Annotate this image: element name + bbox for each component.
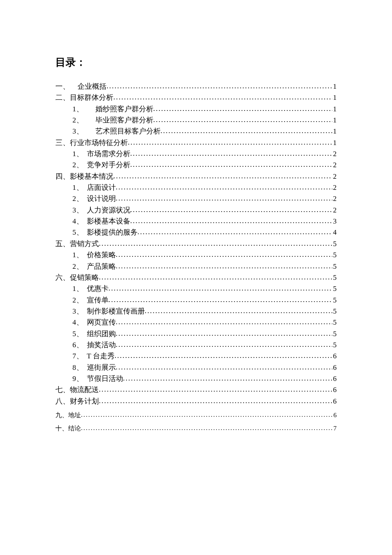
toc-leader-dots xyxy=(128,137,332,148)
toc-entry-text: 设计说明 xyxy=(87,193,116,204)
toc-leader-dots xyxy=(116,328,332,339)
toc-leader-dots xyxy=(130,215,332,227)
toc-entry-text: 价格策略 xyxy=(87,250,116,261)
toc-entry-prefix: 七、 xyxy=(55,384,70,395)
toc-leader-dots xyxy=(161,125,332,137)
toc-entry-text: 物流配送 xyxy=(70,384,99,395)
toc-entry-text: 地址 xyxy=(68,410,81,420)
toc-entry-text: 结论 xyxy=(68,424,81,433)
toc-leader-dots xyxy=(116,182,332,193)
toc-entry: 1、市场需求分析2 xyxy=(55,148,337,160)
toc-leader-dots xyxy=(130,159,332,170)
toc-entry-prefix: 1、 xyxy=(72,104,84,115)
toc-entry-text: 宣传单 xyxy=(87,295,109,306)
toc-leader-dots xyxy=(116,193,332,204)
toc-entry: 四、影楼基本情况2 xyxy=(55,171,337,182)
toc-page-number: 1 xyxy=(332,115,337,126)
toc-entry: 3、制作影楼宣传画册5 xyxy=(55,306,337,317)
toc-page-number: 5 xyxy=(332,340,337,351)
toc-entry-prefix: 3、 xyxy=(72,126,84,137)
toc-page-number: 5 xyxy=(332,272,337,283)
toc-entry: 2、设计说明2 xyxy=(55,193,337,204)
toc-entry-text: 财务计划 xyxy=(70,396,99,407)
toc-page-number: 2 xyxy=(332,182,337,193)
toc-entry-text: 节假日活动 xyxy=(87,373,123,384)
toc-list: 一、企业概括1二、目标群体分析11、婚纱照客户群分析12、毕业照客户群分析13、… xyxy=(55,81,337,433)
toc-entry-text: 艺术照目标客户分析 xyxy=(95,126,161,137)
toc-leader-dots xyxy=(116,249,332,260)
toc-page-number: 2 xyxy=(332,171,337,182)
toc-leader-dots xyxy=(145,305,332,317)
toc-page-number: 1 xyxy=(332,126,337,137)
toc-page-number: 5 xyxy=(332,295,337,306)
toc-entry-text: 影楼基本情况 xyxy=(70,171,113,182)
toc-page-number: 6 xyxy=(332,384,337,395)
toc-entry: 六、促销策略5 xyxy=(55,272,337,283)
toc-leader-dots xyxy=(130,148,332,159)
toc-page-number: 1 xyxy=(332,81,337,92)
toc-entry-text: 制作影楼宣传画册 xyxy=(87,306,145,317)
toc-entry: 八、财务计划6 xyxy=(55,396,337,407)
toc-entry-prefix: 2、 xyxy=(72,193,84,204)
toc-page-number: 5 xyxy=(332,317,337,328)
toc-title: 目录： xyxy=(55,55,337,69)
toc-entry-prefix: 5、 xyxy=(72,328,84,340)
toc-entry-prefix: 6、 xyxy=(72,340,84,351)
toc-page-number: 3 xyxy=(332,216,337,227)
toc-entry-prefix: 7、 xyxy=(72,351,84,362)
toc-leader-dots xyxy=(115,350,332,361)
toc-entry-prefix: 一、 xyxy=(55,81,70,92)
toc-entry-prefix: 1、 xyxy=(72,182,84,193)
toc-page-number: 6 xyxy=(332,351,337,362)
toc-entry-prefix: 5、 xyxy=(72,227,84,238)
toc-entry-prefix: 1、 xyxy=(72,283,84,294)
toc-entry-text: 巡街展示 xyxy=(87,362,116,373)
toc-leader-dots xyxy=(138,227,332,238)
toc-entry-prefix: 四、 xyxy=(55,171,70,182)
toc-leader-dots xyxy=(109,294,332,305)
toc-page-number: 1 xyxy=(332,137,337,148)
toc-page-number: 6 xyxy=(333,410,337,420)
toc-page-number: 5 xyxy=(332,283,337,294)
toc-entry: 2、毕业照客户群分析1 xyxy=(55,115,337,126)
toc-entry: 二、目标群体分析1 xyxy=(55,92,337,103)
toc-leader-dots xyxy=(99,238,332,249)
toc-leader-dots xyxy=(116,339,332,350)
toc-page-number: 5 xyxy=(332,250,337,261)
toc-entry-prefix: 2、 xyxy=(72,160,84,171)
toc-entry-text: 抽奖活动 xyxy=(87,340,116,351)
toc-entry-text: 人力资源状况 xyxy=(87,205,130,216)
toc-leader-dots xyxy=(116,362,332,373)
toc-leader-dots xyxy=(116,261,332,272)
toc-page-number: 5 xyxy=(332,328,337,340)
toc-entry: 2、竞争对手分析2 xyxy=(55,160,337,171)
toc-page-number: 1 xyxy=(332,104,337,115)
toc-leader-dots xyxy=(81,423,333,433)
toc-entry-prefix: 3、 xyxy=(72,205,84,216)
toc-entry-text: 营销方式 xyxy=(70,238,99,250)
toc-entry-prefix: 三、 xyxy=(55,137,70,148)
toc-entry-prefix: 9、 xyxy=(72,373,84,384)
toc-entry-text: 产品策略 xyxy=(87,261,116,272)
toc-page-number: 2 xyxy=(332,205,337,216)
toc-leader-dots xyxy=(99,272,332,283)
toc-entry: 4、影楼基本设备3 xyxy=(55,216,337,227)
toc-entry-text: 婚纱照客户群分析 xyxy=(95,104,153,115)
toc-entry: 三、行业市场特征分析1 xyxy=(55,137,337,148)
toc-entry-text: 毕业照客户群分析 xyxy=(95,115,153,126)
toc-page-number: 2 xyxy=(332,148,337,160)
toc-page-number: 6 xyxy=(332,362,337,373)
toc-leader-dots xyxy=(109,283,332,294)
toc-entry: 3、人力资源状况2 xyxy=(55,205,337,216)
toc-entry-text: 影楼提供的服务 xyxy=(87,227,138,238)
toc-entry-text: 市场需求分析 xyxy=(87,148,130,160)
toc-entry-prefix: 2、 xyxy=(72,295,84,306)
toc-page-number: 2 xyxy=(332,193,337,204)
toc-page-number: 5 xyxy=(332,261,337,272)
toc-entry-text: 企业概括 xyxy=(78,81,107,92)
toc-entry-prefix: 2、 xyxy=(72,261,84,272)
toc-entry: 2、产品策略5 xyxy=(55,261,337,272)
toc-entry-prefix: 九、 xyxy=(55,410,68,420)
toc-entry-text: 网页宣传 xyxy=(87,317,116,328)
toc-entry-prefix: 六、 xyxy=(55,272,70,283)
